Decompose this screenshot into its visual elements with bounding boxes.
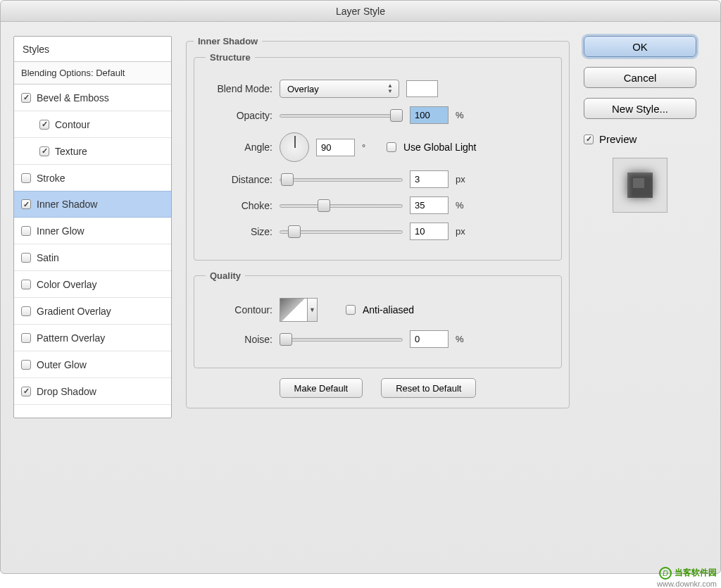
watermark: D 当客软件园 www.downkr.com: [657, 567, 717, 588]
style-item-label: Contour: [55, 119, 90, 130]
blend-mode-label: Blend Mode:: [206, 83, 272, 94]
checkbox-icon[interactable]: [21, 253, 31, 263]
style-item-label: Outer Glow: [37, 359, 87, 370]
structure-group: Structure Blend Mode: Overlay ▲▼ Opacity…: [194, 52, 562, 261]
checkbox-icon[interactable]: [21, 280, 31, 289]
title-bar: Layer Style: [1, 1, 720, 22]
styles-list: Styles Blending Options: Default Bevel &…: [13, 36, 172, 418]
window-title: Layer Style: [336, 6, 385, 17]
new-style-button[interactable]: New Style...: [584, 98, 696, 119]
color-swatch[interactable]: [406, 80, 438, 97]
choke-input[interactable]: 35: [410, 196, 449, 214]
checkbox-icon[interactable]: [21, 93, 31, 103]
checkbox-icon[interactable]: [21, 306, 31, 316]
style-item-outer-glow[interactable]: Outer Glow: [14, 351, 171, 378]
checkbox-icon[interactable]: [21, 360, 31, 370]
checkbox-icon[interactable]: [39, 146, 49, 156]
use-global-light-label: Use Global Light: [403, 142, 477, 153]
preview-label: Preview: [599, 133, 637, 145]
contour-thumb-icon: [280, 299, 307, 321]
inner-shadow-group: Inner Shadow Structure Blend Mode: Overl…: [186, 36, 570, 408]
chevron-up-down-icon: ▲▼: [387, 83, 393, 94]
size-label: Size:: [206, 226, 272, 237]
distance-label: Distance:: [206, 174, 272, 185]
style-item-texture[interactable]: Texture: [14, 138, 171, 165]
style-item-label: Gradient Overlay: [37, 306, 111, 317]
distance-input[interactable]: 3: [410, 170, 449, 188]
opacity-slider[interactable]: [280, 109, 403, 122]
anti-aliased-checkbox[interactable]: [346, 305, 356, 315]
choke-label: Choke:: [206, 200, 272, 211]
styles-header[interactable]: Styles: [14, 37, 171, 62]
choke-slider[interactable]: [280, 199, 403, 212]
quality-group: Quality Contour: ▼ Anti-aliased Noise:: [194, 270, 562, 368]
contour-picker[interactable]: ▼: [280, 298, 318, 322]
style-item-label: Texture: [55, 146, 87, 157]
style-item-inner-glow[interactable]: Inner Glow: [14, 218, 171, 244]
angle-unit: °: [362, 142, 380, 153]
quality-legend: Quality: [206, 270, 245, 281]
distance-slider[interactable]: [280, 173, 403, 186]
anti-aliased-label: Anti-aliased: [363, 304, 414, 315]
dialog-actions: OK Cancel New Style... Preview: [584, 36, 696, 418]
chevron-down-icon: ▼: [307, 299, 317, 321]
distance-unit: px: [456, 174, 473, 184]
layer-style-dialog: Layer Style Styles Blending Options: Def…: [0, 0, 721, 574]
noise-slider[interactable]: [280, 333, 403, 346]
blending-options-row[interactable]: Blending Options: Default: [14, 62, 171, 85]
settings-panel: Inner Shadow Structure Blend Mode: Overl…: [186, 36, 570, 418]
checkbox-icon[interactable]: [21, 387, 31, 396]
opacity-unit: %: [456, 110, 473, 120]
style-item-stroke[interactable]: Stroke: [14, 165, 171, 192]
checkbox-icon[interactable]: [39, 120, 49, 130]
style-item-label: Inner Shadow: [37, 199, 97, 210]
angle-input[interactable]: 90: [316, 139, 355, 156]
reset-to-default-button[interactable]: Reset to Default: [381, 378, 476, 398]
style-item-label: Stroke: [37, 173, 65, 184]
style-item-label: Color Overlay: [37, 279, 97, 290]
style-item-label: Drop Shadow: [37, 386, 96, 397]
opacity-label: Opacity:: [206, 110, 272, 121]
style-item-label: Pattern Overlay: [37, 332, 105, 344]
contour-label: Contour:: [206, 304, 272, 315]
size-input[interactable]: 10: [410, 223, 449, 240]
watermark-url: www.downkr.com: [657, 580, 717, 588]
style-item-pattern-overlay[interactable]: Pattern Overlay: [14, 325, 171, 351]
opacity-input[interactable]: 100: [410, 106, 449, 124]
style-item-label: Bevel & Emboss: [37, 92, 109, 104]
angle-wheel[interactable]: [280, 132, 309, 162]
style-item-contour[interactable]: Contour: [14, 111, 171, 138]
style-item-label: Inner Glow: [37, 225, 84, 237]
preview-thumbnail: [613, 158, 667, 213]
blend-mode-select[interactable]: Overlay ▲▼: [280, 80, 399, 98]
style-item-bevel-emboss[interactable]: Bevel & Emboss: [14, 85, 171, 111]
size-slider[interactable]: [280, 225, 403, 238]
ok-button[interactable]: OK: [584, 36, 696, 57]
noise-unit: %: [456, 334, 473, 344]
structure-legend: Structure: [206, 52, 255, 63]
choke-unit: %: [456, 200, 473, 211]
preview-checkbox[interactable]: [584, 135, 594, 144]
checkbox-icon[interactable]: [21, 173, 31, 183]
noise-input[interactable]: 0: [410, 330, 449, 348]
style-item-satin[interactable]: Satin: [14, 244, 171, 271]
style-item-color-overlay[interactable]: Color Overlay: [14, 271, 171, 298]
watermark-logo-icon: D: [659, 567, 672, 580]
checkbox-icon[interactable]: [21, 226, 31, 236]
style-item-inner-shadow[interactable]: Inner Shadow: [14, 191, 171, 218]
noise-label: Noise:: [206, 334, 272, 345]
checkbox-icon[interactable]: [21, 333, 31, 343]
angle-label: Angle:: [206, 142, 272, 153]
style-item-drop-shadow[interactable]: Drop Shadow: [14, 378, 171, 405]
cancel-button[interactable]: Cancel: [584, 67, 696, 88]
blend-mode-value: Overlay: [287, 84, 319, 94]
use-global-light-checkbox[interactable]: [387, 142, 396, 152]
size-unit: px: [456, 226, 473, 237]
make-default-button[interactable]: Make Default: [280, 378, 363, 398]
checkbox-icon[interactable]: [21, 199, 31, 209]
style-item-label: Satin: [37, 252, 59, 263]
panel-title: Inner Shadow: [194, 36, 262, 46]
preview-inner-icon: [627, 173, 653, 198]
style-item-gradient-overlay[interactable]: Gradient Overlay: [14, 298, 171, 325]
watermark-text: 当客软件园: [675, 568, 717, 577]
